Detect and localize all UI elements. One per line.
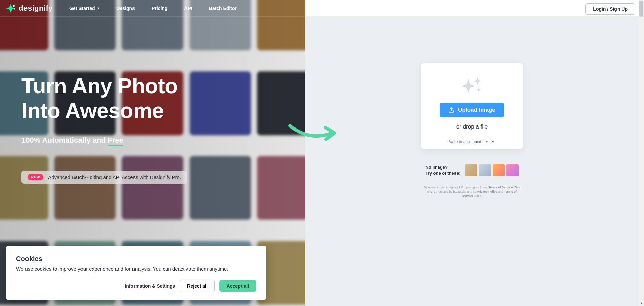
hero-copy: Turn Any Photo Into Awesome 100% Automat… xyxy=(21,74,187,184)
samples-line2: Try one of these: xyxy=(425,170,460,176)
sparkle-icon xyxy=(460,76,484,95)
cookie-body: We use cookies to improve your experienc… xyxy=(16,266,256,272)
new-feature-pill[interactable]: NEW Advanced Batch-Editing and API Acces… xyxy=(21,171,187,184)
sample-thumb-3[interactable] xyxy=(493,164,505,176)
privacy-link[interactable]: Privacy Policy xyxy=(477,190,497,193)
samples-text: No Image? Try one of these: xyxy=(425,164,460,176)
logo-icon xyxy=(5,3,16,14)
main-header: designify Get Started ▼ Designs Pricing … xyxy=(0,0,644,17)
sample-thumb-2[interactable] xyxy=(479,164,491,176)
main-nav: Get Started ▼ Designs Pricing API Batch … xyxy=(69,6,237,11)
nav-get-started-label: Get Started xyxy=(69,6,95,11)
legal-text: By uploading an image or URL you agree t… xyxy=(422,185,522,198)
logo-text: designify xyxy=(19,4,53,13)
arrow-icon xyxy=(288,121,339,144)
upload-image-button[interactable]: Upload Image xyxy=(440,103,504,117)
legal-p1a: By uploading an image or URL you agree t… xyxy=(424,186,489,189)
subline-prefix: 100% Automatically and xyxy=(21,136,108,144)
upload-pane: Upload Image or drop a file Paste image … xyxy=(305,17,639,306)
nav-get-started[interactable]: Get Started ▼ xyxy=(69,6,100,11)
sample-thumb-4[interactable] xyxy=(506,164,519,176)
cookie-accept-button[interactable]: Accept all xyxy=(219,280,256,292)
nav-pricing[interactable]: Pricing xyxy=(152,6,167,11)
paste-label: Paste image xyxy=(447,139,470,144)
kbd-v: v xyxy=(490,139,497,144)
logo[interactable]: designify xyxy=(5,3,53,14)
sample-thumbs xyxy=(465,164,519,176)
kbd-plus: + xyxy=(485,139,488,144)
nav-api[interactable]: API xyxy=(184,6,192,11)
legal-apply: apply. xyxy=(473,194,482,197)
cookie-title: Cookies xyxy=(16,255,256,263)
paste-hint: Paste image cmd + v xyxy=(447,139,496,144)
cookie-banner: Cookies We use cookies to improve your e… xyxy=(6,246,266,300)
cookie-reject-button[interactable]: Reject all xyxy=(180,280,214,292)
scrollbar[interactable]: ▲ ▼ xyxy=(639,0,644,306)
hero-line1: Turn Any Photo xyxy=(21,74,178,98)
nav-designs[interactable]: Designs xyxy=(116,6,135,11)
upload-button-label: Upload Image xyxy=(458,107,495,113)
sample-images-row: No Image? Try one of these: xyxy=(425,164,518,176)
drop-file-text: or drop a file xyxy=(456,123,488,130)
sample-thumb-1[interactable] xyxy=(465,164,477,176)
hero-heading: Turn Any Photo Into Awesome xyxy=(21,74,187,123)
chevron-down-icon: ▼ xyxy=(97,7,100,10)
tos-link[interactable]: Terms of Service xyxy=(489,186,513,189)
kbd-cmd: cmd xyxy=(472,139,484,144)
nav-batch[interactable]: Batch Editor xyxy=(209,6,237,11)
cookie-info-button[interactable]: Information & Settings xyxy=(125,283,175,289)
upload-icon xyxy=(448,107,454,113)
upload-card[interactable]: Upload Image or drop a file Paste image … xyxy=(421,63,523,149)
pill-text: Advanced Batch-Editing and API Access wi… xyxy=(48,174,181,180)
hero-line2: Into Awesome xyxy=(21,99,164,123)
legal-and: and xyxy=(497,190,504,193)
subline-free: Free xyxy=(108,136,123,144)
hero-subline: 100% Automatically and Free xyxy=(21,136,187,145)
cookie-actions: Information & Settings Reject all Accept… xyxy=(16,280,256,292)
login-signup-button[interactable]: Login / Sign Up xyxy=(585,3,635,15)
samples-line1: No Image? xyxy=(425,164,460,170)
scroll-down-icon[interactable]: ▼ xyxy=(639,301,644,306)
new-badge: NEW xyxy=(28,174,43,180)
